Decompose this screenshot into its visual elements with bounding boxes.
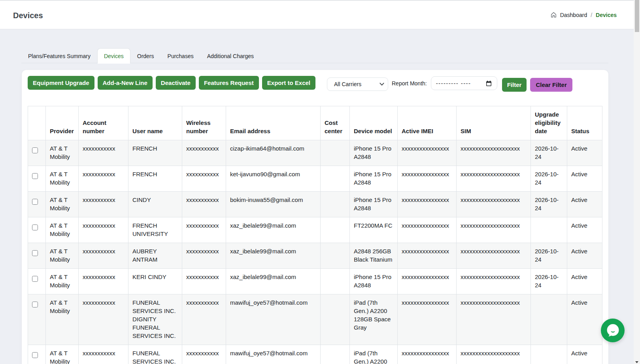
table-row: AT & T MobilityxxxxxxxxxxxFUNERAL SERVIC… xyxy=(28,294,602,345)
cell-checkbox xyxy=(28,166,46,192)
cell-account: xxxxxxxxxxx xyxy=(79,243,128,269)
cell-status: Active xyxy=(567,243,602,269)
cell-account: xxxxxxxxxxx xyxy=(79,140,128,166)
breadcrumb-home-link[interactable] xyxy=(550,11,557,18)
cell-provider: AT & T Mobility xyxy=(46,269,79,294)
cell-sim: xxxxxxxxxxxxxxxxxxxx xyxy=(457,243,531,269)
tab-purchases[interactable]: Purchases xyxy=(161,48,200,63)
table-row: AT & T MobilityxxxxxxxxxxxAUBREY ANTRAMx… xyxy=(28,243,602,269)
cell-sim: xxxxxxxxxxxxxxxxxxxx xyxy=(457,217,531,243)
cell-email: ket-ijavumo90@gmail.com xyxy=(226,166,321,192)
cell-upgrade: 2026-10-24 xyxy=(531,140,567,166)
chat-button[interactable] xyxy=(601,319,625,342)
add-a-new-line-button[interactable]: Add-a-New Line xyxy=(98,76,153,90)
tab-devices[interactable]: Devices xyxy=(97,48,130,63)
cell-model: iPad (7th Gen.) A2200 128GB Space Gray xyxy=(350,345,398,364)
cell-checkbox xyxy=(28,294,46,345)
carrier-select[interactable]: All Carriers xyxy=(327,78,388,91)
table-row: AT & T MobilityxxxxxxxxxxxFRENCHxxxxxxxx… xyxy=(28,166,602,192)
cell-imei: xxxxxxxxxxxxxxxx xyxy=(398,217,457,243)
cell-checkbox xyxy=(28,217,46,243)
tab-additional-charges[interactable]: Additional Charges xyxy=(200,48,261,63)
cell-upgrade xyxy=(531,217,567,243)
cell-model: iPhone 15 Pro A2848 xyxy=(350,269,398,294)
cell-account: xxxxxxxxxxx xyxy=(79,166,128,192)
cell-checkbox xyxy=(28,192,46,217)
home-icon xyxy=(550,11,557,18)
cell-wireless: xxxxxxxxxxx xyxy=(182,269,226,294)
tab-plans-features-summary[interactable]: Plans/Features Summary xyxy=(21,48,97,63)
cell-user: FRENCH xyxy=(128,140,182,166)
cell-provider: AT & T Mobility xyxy=(46,192,79,217)
cell-model: iPad (7th Gen.) A2200 128GB Space Gray xyxy=(350,294,398,345)
cell-sim: xxxxxxxxxxxxxxxxxxxx xyxy=(457,140,531,166)
column-header-model: Device model xyxy=(350,106,398,140)
cell-sim: xxxxxxxxxxxxxxxxxxxx xyxy=(457,345,531,364)
cell-email: xaz_ibelale99@mail.com xyxy=(226,243,321,269)
column-header-checkbox xyxy=(28,106,46,140)
column-header-status: Status xyxy=(567,106,602,140)
breadcrumb-dashboard[interactable]: Dashboard xyxy=(560,12,587,18)
table-header-row: ProviderAccount numberUser nameWireless … xyxy=(28,106,602,140)
cell-account: xxxxxxxxxxx xyxy=(79,217,128,243)
tab-orders[interactable]: Orders xyxy=(130,48,161,63)
deactivate-button[interactable]: Deactivate xyxy=(156,76,196,90)
cell-cost xyxy=(321,166,350,192)
row-checkbox[interactable] xyxy=(32,199,38,205)
filter-group: All Carriers Report Month: --------- ---… xyxy=(327,76,572,92)
report-month-label: Report Month: xyxy=(392,76,427,91)
calendar-icon[interactable] xyxy=(486,81,491,86)
cell-user: FRENCH xyxy=(128,166,182,192)
chat-bubble-icon xyxy=(604,322,621,339)
report-month-placeholder: --------- ---- xyxy=(436,80,471,87)
column-header-user: User name xyxy=(128,106,182,140)
row-checkbox[interactable] xyxy=(32,250,38,256)
row-checkbox[interactable] xyxy=(32,276,38,282)
cell-model: A2848 256GB Black Titanium xyxy=(350,243,398,269)
cell-email: cizap-ikima64@hotmail.com xyxy=(226,140,321,166)
page-title: Devices xyxy=(13,10,43,21)
cell-upgrade: 2026-10-24 xyxy=(531,192,567,217)
cell-sim: xxxxxxxxxxxxxxxxxxxx xyxy=(457,166,531,192)
cell-email: mawifuj_oye57@hotmail.com xyxy=(226,294,321,345)
row-checkbox[interactable] xyxy=(32,352,38,358)
table-row: AT & T MobilityxxxxxxxxxxxCINDYxxxxxxxxx… xyxy=(28,192,602,217)
cell-account: xxxxxxxxxxx xyxy=(79,269,128,294)
table-row: AT & T MobilityxxxxxxxxxxxFRENCHxxxxxxxx… xyxy=(28,140,602,166)
cell-user: KERI CINDY xyxy=(128,269,182,294)
topbar: Devices Dashboard / Devices xyxy=(0,0,634,29)
cell-status: Active xyxy=(567,345,602,364)
cell-status: Active xyxy=(567,294,602,345)
filter-button[interactable]: Filter xyxy=(502,78,527,92)
row-checkbox[interactable] xyxy=(32,302,38,307)
row-checkbox[interactable] xyxy=(32,173,38,179)
cell-cost xyxy=(321,345,350,364)
row-checkbox[interactable] xyxy=(32,224,38,230)
cell-wireless: xxxxxxxxxxx xyxy=(182,192,226,217)
cell-provider: AT & T Mobility xyxy=(46,243,79,269)
export-to-excel-button[interactable]: Export to Excel xyxy=(262,76,315,90)
cell-upgrade xyxy=(531,345,567,364)
cell-model: iPhone 15 Pro A2848 xyxy=(350,166,398,192)
cell-account: xxxxxxxxxxx xyxy=(79,345,128,364)
cell-user: FUNERAL SERVICES INC. DIGNITY FUNERAL SE… xyxy=(128,294,182,345)
report-month-input[interactable]: --------- ---- xyxy=(431,76,497,90)
scrollbar-arrow-down-icon[interactable] xyxy=(635,361,638,363)
cell-upgrade: 2026-10-24 xyxy=(531,269,567,294)
cell-user: FUNERAL SERVICES INC. DIGNITY FUNERAL SE… xyxy=(128,345,182,364)
table-row: AT & T MobilityxxxxxxxxxxxFUNERAL SERVIC… xyxy=(28,345,602,364)
scrollbar-thumb[interactable] xyxy=(635,0,639,32)
clear-filter-button[interactable]: Clear Filter xyxy=(530,78,572,92)
carrier-select-wrap: All Carriers xyxy=(327,77,388,91)
equipment-upgrade-button[interactable]: Equipment Upgrade xyxy=(28,76,94,90)
column-header-email: Email address xyxy=(226,106,321,140)
table-row: AT & T MobilityxxxxxxxxxxxFRENCH UNIVERS… xyxy=(28,217,602,243)
cell-checkbox xyxy=(28,269,46,294)
features-request-button[interactable]: Features Request xyxy=(199,76,259,90)
cell-checkbox xyxy=(28,345,46,364)
cell-email: xaz_ibelale99@mail.com xyxy=(226,269,321,294)
cell-email: bokim-inuwa55@gmail.com xyxy=(226,192,321,217)
cell-checkbox xyxy=(28,243,46,269)
cell-wireless: xxxxxxxxxxx xyxy=(182,243,226,269)
row-checkbox[interactable] xyxy=(32,147,38,153)
